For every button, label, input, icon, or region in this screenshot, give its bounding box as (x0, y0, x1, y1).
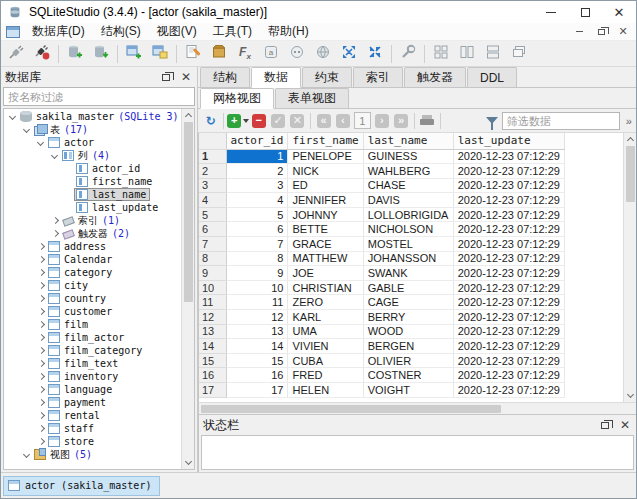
menu-item-2[interactable]: 视图(V) (149, 24, 205, 40)
mdi-minimize-button[interactable] (568, 24, 590, 39)
row-header-6[interactable]: 6 (199, 222, 226, 237)
cell-11-last_update[interactable]: 2020-12-23 07:12:29 (453, 295, 564, 310)
tile-vertically-button[interactable] (454, 42, 480, 66)
bug-report-button[interactable] (284, 42, 310, 66)
cell-16-last_name[interactable]: COSTNER (363, 368, 453, 383)
toolbar-overflow-button[interactable]: » (622, 115, 636, 127)
cell-16-actor_id[interactable]: 16 (226, 368, 288, 383)
tree-chevron-icon[interactable] (36, 333, 46, 343)
row-header-8[interactable]: 8 (199, 251, 226, 266)
cell-9-first_name[interactable]: JOE (288, 266, 363, 281)
tree-item-Calendar[interactable]: Calendar (4, 253, 181, 266)
column-header-last_name[interactable]: last_name (363, 133, 453, 149)
row-header-13[interactable]: 13 (199, 324, 226, 339)
row-header-12[interactable]: 12 (199, 310, 226, 325)
tree-chevron-icon[interactable] (36, 294, 46, 304)
cell-14-last_name[interactable]: BERGEN (363, 339, 453, 354)
tree-chevron-icon[interactable] (36, 411, 46, 421)
tree-chevron-icon[interactable] (36, 307, 46, 317)
expand-windows-button[interactable] (362, 42, 388, 66)
cell-1-actor_id[interactable]: 1 (226, 149, 288, 164)
cell-13-first_name[interactable]: UMA (288, 324, 363, 339)
menu-item-0[interactable]: 数据库(D) (24, 24, 93, 40)
cell-3-actor_id[interactable]: 3 (226, 178, 288, 193)
cell-9-actor_id[interactable]: 9 (226, 266, 288, 281)
fit-columns-button[interactable] (444, 111, 463, 131)
minimize-button[interactable] (534, 1, 568, 23)
tree-item-film_text[interactable]: film_text (4, 357, 181, 370)
cell-6-last_update[interactable]: 2020-12-23 07:12:29 (453, 222, 564, 237)
delete-row-button[interactable]: − (249, 111, 268, 131)
tree-item-actor_id[interactable]: actor_id (4, 162, 181, 175)
connect-database-button[interactable] (3, 42, 29, 66)
tree-item-last_update[interactable]: last_update (4, 201, 181, 214)
prev-page-button[interactable]: ‹ (333, 111, 352, 131)
tree-scrollbar-thumb[interactable] (184, 122, 193, 302)
grid-hscrollbar[interactable] (198, 402, 636, 414)
tree-item-film_category[interactable]: film_category (4, 344, 181, 357)
row-header-4[interactable]: 4 (199, 193, 226, 208)
open-sql-editor-button[interactable] (180, 42, 206, 66)
tree-item-film_actor[interactable]: film_actor (4, 331, 181, 344)
cell-15-first_name[interactable]: CUBA (288, 353, 363, 368)
tree-item-category[interactable]: category (4, 266, 181, 279)
fit-rows-button[interactable] (463, 111, 482, 131)
cell-15-actor_id[interactable]: 15 (226, 353, 288, 368)
tree-item-actor[interactable]: actor (4, 136, 181, 149)
tab-2[interactable]: 约束 (302, 67, 352, 87)
cell-15-last_name[interactable]: OLIVIER (363, 353, 453, 368)
cell-5-last_update[interactable]: 2020-12-23 07:12:29 (453, 207, 564, 222)
custom-functions-button[interactable]: Fx (232, 42, 258, 66)
cell-17-last_update[interactable]: 2020-12-23 07:12:29 (453, 383, 564, 398)
menu-item-4[interactable]: 帮助(H) (260, 24, 317, 40)
row-header-17[interactable]: 17 (199, 383, 226, 398)
cell-12-first_name[interactable]: KARL (288, 310, 363, 325)
tree-chevron-icon[interactable] (50, 229, 60, 239)
cell-1-last_name[interactable]: GUINESS (363, 149, 453, 164)
page-number-box[interactable]: 1 (354, 112, 372, 129)
corner-header-cell[interactable] (199, 133, 226, 149)
cell-4-last_name[interactable]: DAVIS (363, 193, 453, 208)
tree-filter-input[interactable] (3, 87, 195, 106)
restore-window-button[interactable] (147, 42, 173, 66)
tree-item-language[interactable]: language (4, 383, 181, 396)
cell-10-actor_id[interactable]: 10 (226, 280, 288, 295)
tree-chevron-icon[interactable] (36, 437, 46, 447)
commit-button[interactable]: ✓ (268, 111, 287, 131)
tree-item-payment[interactable]: payment (4, 396, 181, 409)
add-database-button[interactable] (62, 42, 88, 66)
cell-11-last_name[interactable]: CAGE (363, 295, 453, 310)
tree-chevron-icon[interactable] (36, 281, 46, 291)
tree-item-last_name[interactable]: last_name (4, 188, 181, 201)
tree-item-customer[interactable]: customer (4, 305, 181, 318)
cell-2-actor_id[interactable]: 2 (226, 164, 288, 179)
row-header-1[interactable]: 1 (199, 149, 226, 164)
tree-item-staff[interactable]: staff (4, 422, 181, 435)
cell-2-last_update[interactable]: 2020-12-23 07:12:29 (453, 164, 564, 179)
cell-6-first_name[interactable]: BETTE (288, 222, 363, 237)
cell-5-actor_id[interactable]: 5 (226, 207, 288, 222)
tree-chevron-icon[interactable] (36, 424, 46, 434)
disconnect-database-button[interactable] (29, 42, 55, 66)
tree-item-country[interactable]: country (4, 292, 181, 305)
scroll-up-icon[interactable] (182, 109, 195, 122)
scroll-down-icon[interactable] (182, 456, 195, 469)
first-page-button[interactable]: « (314, 111, 333, 131)
data-filter-input[interactable] (502, 112, 620, 130)
edit-database-button[interactable] (88, 42, 114, 66)
cell-4-last_update[interactable]: 2020-12-23 07:12:29 (453, 193, 564, 208)
cell-13-last_name[interactable]: WOOD (363, 324, 453, 339)
cell-2-last_name[interactable]: WAHLBERG (363, 164, 453, 179)
status-float-button[interactable] (598, 418, 612, 432)
dock-close-button[interactable]: ✕ (179, 70, 193, 84)
cell-11-first_name[interactable]: ZERO (288, 295, 363, 310)
tree-chevron-icon[interactable] (36, 359, 46, 369)
menu-item-1[interactable]: 结构(S) (93, 24, 149, 40)
mdi-close-button[interactable]: ✕ (612, 24, 634, 39)
tree-chevron-icon[interactable] (8, 112, 18, 122)
grid-scrollbar-thumb[interactable] (626, 146, 635, 202)
tree-chevron-icon[interactable] (50, 151, 60, 161)
column-header-first_name[interactable]: first_name (288, 133, 363, 149)
collations-editor-button[interactable]: a (258, 42, 284, 66)
row-header-2[interactable]: 2 (199, 164, 226, 179)
